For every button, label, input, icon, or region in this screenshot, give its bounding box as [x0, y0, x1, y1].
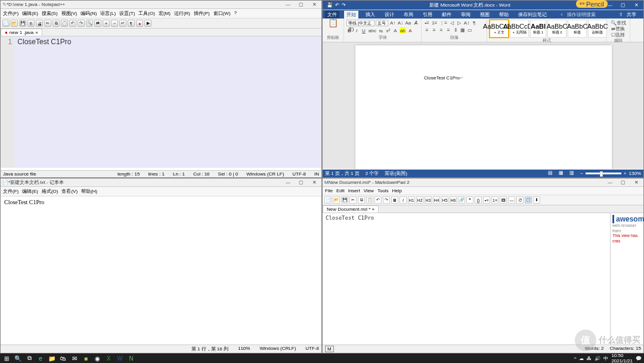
- tell-me-search[interactable]: ♀ 操作说明搜索: [558, 11, 600, 19]
- undo-icon[interactable]: ↶: [374, 196, 382, 204]
- justify-icon[interactable]: ≡: [445, 27, 451, 33]
- status-words[interactable]: 2 个字: [366, 170, 379, 177]
- redo-icon[interactable]: ↷: [78, 20, 85, 27]
- ime-icon[interactable]: 中: [603, 355, 608, 362]
- notepad-titlebar[interactable]: 📄 *新建文本文档.txt - 记事本 — ▢ ✕: [1, 179, 321, 187]
- zoom-in-icon[interactable]: +: [103, 20, 110, 27]
- italic-icon[interactable]: I: [354, 27, 360, 33]
- cut-icon[interactable]: ✂: [349, 196, 357, 204]
- replace-icon[interactable]: ⇄: [94, 20, 101, 27]
- font-size-box[interactable]: 五号: [376, 20, 388, 26]
- increase-indent-icon[interactable]: ▷: [456, 20, 462, 26]
- zoom-in[interactable]: +: [624, 171, 627, 176]
- image-icon[interactable]: 🖼: [500, 196, 507, 204]
- view-print-icon[interactable]: ▦: [559, 170, 564, 177]
- menu-item[interactable]: Tools: [377, 188, 389, 193]
- h4-icon[interactable]: H4: [433, 196, 440, 204]
- bullets-icon[interactable]: •≡: [424, 20, 430, 26]
- ribbon-tab-design[interactable]: 设计: [382, 11, 397, 19]
- align-right-icon[interactable]: ≡: [438, 27, 444, 33]
- find-button[interactable]: 🔍 查找: [609, 20, 627, 26]
- menu-item[interactable]: 设置(T): [119, 10, 135, 17]
- redo-icon[interactable]: ↷: [342, 2, 346, 8]
- cut-icon[interactable]: ✂: [44, 20, 51, 27]
- minimize-button[interactable]: —: [283, 2, 293, 7]
- style-nospacing[interactable]: AaBbCcDx+ 无间隔: [510, 20, 529, 38]
- strike-icon[interactable]: abc: [368, 27, 377, 33]
- menu-item[interactable]: 文件(F): [3, 10, 18, 17]
- replace-button[interactable]: ⇄ 替换: [609, 26, 627, 32]
- maximize-button[interactable]: ▢: [296, 180, 306, 185]
- search-icon[interactable]: 🔍: [14, 354, 22, 362]
- show-marks-icon[interactable]: ¶: [471, 20, 477, 26]
- volume-icon[interactable]: 🔊: [595, 356, 600, 361]
- tray-up-icon[interactable]: ^: [574, 356, 577, 361]
- record-macro-icon[interactable]: ●: [136, 20, 143, 27]
- share-button[interactable]: ⇪ 共享: [617, 11, 641, 19]
- zoom-control[interactable]: − + 130%: [580, 170, 641, 177]
- network-icon[interactable]: 🖧: [587, 356, 592, 361]
- ribbon-tab-home[interactable]: 开始: [344, 11, 358, 19]
- edge-icon[interactable]: e: [36, 354, 45, 362]
- zoom-slider[interactable]: [586, 173, 621, 174]
- menu-item[interactable]: 编辑(E): [22, 10, 38, 17]
- style-heading1[interactable]: AaBI标题 1: [530, 20, 546, 38]
- menu-item[interactable]: View: [364, 188, 374, 193]
- word-icon[interactable]: W: [116, 354, 124, 362]
- word-titlebar[interactable]: 💾 ↶ ↷ 新建 Microsoft Word 文档.docx - Word ✏…: [323, 1, 643, 10]
- paste-icon[interactable]: 📋: [366, 196, 373, 204]
- italic-icon[interactable]: I: [400, 196, 407, 204]
- code-icon[interactable]: {}: [475, 196, 482, 204]
- find-icon[interactable]: 🔍: [86, 20, 93, 27]
- save-icon[interactable]: 💾: [19, 20, 26, 27]
- copy-icon[interactable]: ⧉: [358, 196, 365, 204]
- ribbon-tab-references[interactable]: 引用: [420, 11, 435, 19]
- start-button[interactable]: ⊞: [2, 354, 11, 362]
- shading-icon[interactable]: ▦: [460, 27, 466, 33]
- new-icon[interactable]: 📄: [324, 196, 332, 204]
- menu-item[interactable]: 宏(M): [159, 10, 171, 17]
- task-view-icon[interactable]: ⧉: [25, 354, 33, 362]
- h1-icon[interactable]: H1: [408, 196, 415, 204]
- zoom-out-icon[interactable]: −: [111, 20, 118, 27]
- zoom-out[interactable]: −: [580, 171, 583, 176]
- link-icon[interactable]: 🔗: [458, 196, 465, 204]
- notepadpp-icon[interactable]: N: [127, 354, 135, 362]
- word-document-area[interactable]: CloseTest C1Pro↵: [323, 42, 643, 169]
- decrease-indent-icon[interactable]: ◁: [449, 20, 455, 26]
- document-text[interactable]: CloseTest C1Pro↵: [424, 75, 464, 81]
- ribbon-tab-layout[interactable]: 布局: [401, 11, 416, 19]
- word-page[interactable]: CloseTest C1Pro↵: [355, 45, 612, 169]
- wrap-icon[interactable]: ↵: [119, 20, 126, 27]
- menu-item[interactable]: 运行(R): [174, 10, 190, 17]
- app-icon[interactable]: ■: [82, 354, 90, 362]
- chrome-icon[interactable]: ◉: [93, 354, 101, 362]
- ol-icon[interactable]: 1≡: [491, 196, 499, 204]
- status-language[interactable]: 英语(美国): [385, 170, 407, 177]
- show-symbol-icon[interactable]: ¶: [128, 20, 135, 27]
- subscript-icon[interactable]: x₂: [378, 27, 384, 33]
- paste-icon[interactable]: 📋: [61, 20, 68, 27]
- minimize-button[interactable]: —: [283, 180, 293, 185]
- text-effects-icon[interactable]: A: [392, 27, 398, 33]
- mdp-titlebar[interactable]: M New Document.md* - MarkdownPad 2 — ▢ ✕: [323, 179, 643, 187]
- borders-icon[interactable]: ▭: [467, 27, 473, 33]
- maximize-button[interactable]: ▢: [618, 180, 628, 185]
- save-all-icon[interactable]: ⎘: [27, 20, 35, 27]
- undo-icon[interactable]: ↶: [69, 20, 76, 27]
- print-icon[interactable]: 🖨: [36, 20, 43, 27]
- ul-icon[interactable]: •≡: [483, 196, 490, 204]
- zoom-value[interactable]: 130%: [629, 171, 641, 176]
- file-tab[interactable]: New Document.md * ×: [323, 205, 379, 213]
- export-icon[interactable]: ⬇: [533, 196, 540, 204]
- shrink-font-icon[interactable]: A↓: [397, 20, 404, 26]
- menu-item[interactable]: ?: [234, 10, 237, 17]
- superscript-icon[interactable]: x²: [385, 27, 391, 33]
- menu-item[interactable]: Insert: [348, 188, 360, 193]
- sort-icon[interactable]: A↕: [463, 20, 470, 26]
- menu-item[interactable]: File: [325, 188, 333, 193]
- mail-icon[interactable]: ✉: [70, 354, 79, 362]
- ribbon-tab-view[interactable]: 视图: [478, 11, 492, 19]
- clock[interactable]: 10:502021/1/21: [611, 353, 633, 363]
- menu-item[interactable]: 视图(V): [61, 10, 78, 17]
